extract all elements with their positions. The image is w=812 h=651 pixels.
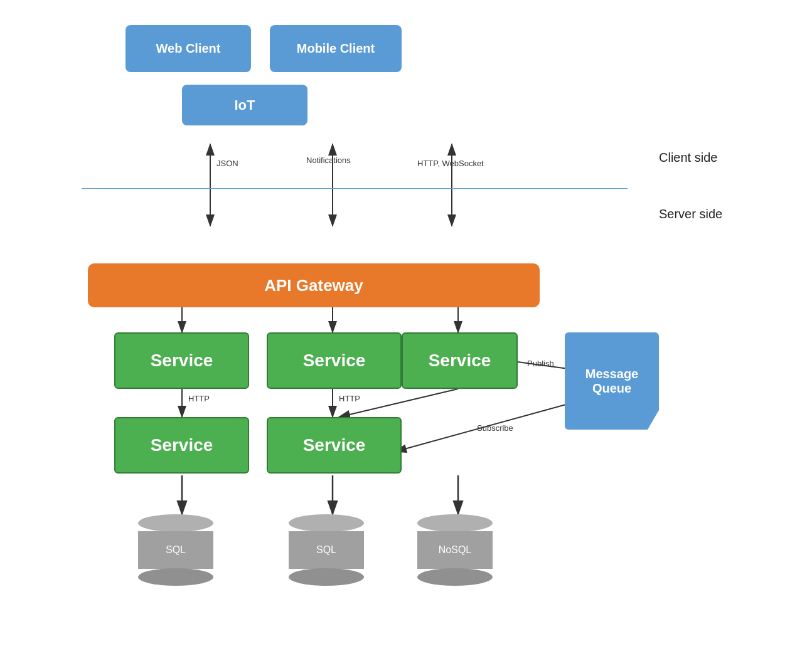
db-top-sql1 bbox=[138, 514, 213, 532]
db-top-nosql bbox=[417, 514, 493, 532]
service4-box: Service bbox=[114, 417, 249, 474]
api-gateway-box: API Gateway bbox=[88, 263, 540, 307]
db-body-nosql: NoSQL bbox=[417, 531, 493, 569]
nosql-database: NoSQL bbox=[417, 514, 493, 586]
db-body-sql1: SQL bbox=[138, 531, 213, 569]
iot-box: IoT bbox=[182, 85, 307, 125]
sql2-database: SQL bbox=[289, 514, 364, 586]
db-body-sql2: SQL bbox=[289, 531, 364, 569]
mobile-client-box: Mobile Client bbox=[270, 25, 402, 72]
http-label-2: HTTP bbox=[339, 394, 360, 403]
json-label: JSON bbox=[216, 159, 238, 168]
architecture-diagram: Client side Server side Web Client Mobil… bbox=[0, 0, 812, 651]
web-client-box: Web Client bbox=[126, 25, 251, 72]
message-queue-box: Message Queue bbox=[565, 332, 659, 430]
arrows-overlay bbox=[0, 0, 812, 651]
subscribe-label: Subscribe bbox=[477, 423, 513, 433]
client-side-label: Client side bbox=[659, 151, 717, 165]
client-server-divider bbox=[82, 188, 628, 189]
service3-box: Service bbox=[402, 332, 518, 389]
service2-box: Service bbox=[267, 332, 402, 389]
sql1-database: SQL bbox=[138, 514, 213, 586]
server-side-label: Server side bbox=[659, 207, 722, 221]
publish-label: Publish bbox=[527, 359, 554, 368]
http-websocket-label: HTTP, WebSocket bbox=[417, 159, 484, 168]
notifications-label: Notifications bbox=[306, 156, 351, 165]
service5-box: Service bbox=[267, 417, 402, 474]
service1-box: Service bbox=[114, 332, 249, 389]
db-bottom-sql2 bbox=[289, 568, 364, 586]
http-label-1: HTTP bbox=[188, 394, 210, 403]
db-top-sql2 bbox=[289, 514, 364, 532]
db-bottom-nosql bbox=[417, 568, 493, 586]
db-bottom-sql1 bbox=[138, 568, 213, 586]
